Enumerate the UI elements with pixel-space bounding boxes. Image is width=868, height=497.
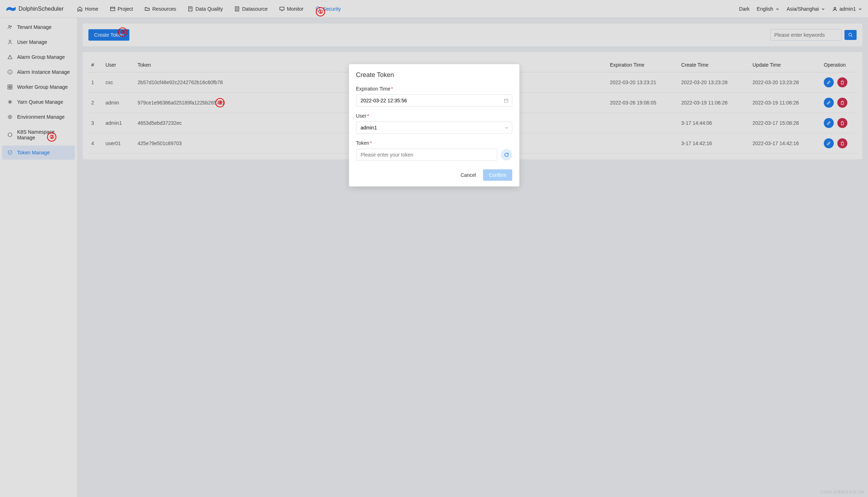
required-mark: *: [367, 113, 369, 119]
expiration-label: Expiration Time*: [356, 86, 512, 92]
modal-title: Create Token: [356, 71, 512, 79]
cancel-button[interactable]: Cancel: [459, 169, 478, 181]
modal-footer: Cancel Confirm: [356, 169, 512, 181]
expiration-input[interactable]: [356, 94, 512, 107]
watermark: CSDN @勇敢羊羊在飞奔: [821, 490, 864, 495]
form-group-user: User*: [356, 113, 512, 134]
form-group-expiration: Expiration Time*: [356, 86, 512, 107]
refresh-icon: [504, 152, 509, 158]
calendar-icon: [504, 98, 509, 103]
generate-token-button[interactable]: [501, 149, 512, 160]
create-token-modal: Create Token Expiration Time* User* Toke…: [349, 64, 519, 186]
required-mark: *: [370, 140, 372, 146]
modal-overlay[interactable]: Create Token Expiration Time* User* Toke…: [0, 0, 868, 497]
user-select[interactable]: [356, 122, 512, 134]
svg-rect-31: [504, 99, 508, 102]
token-label: Token*: [356, 140, 512, 146]
user-label: User*: [356, 113, 512, 119]
token-input[interactable]: [356, 149, 497, 161]
form-group-token: Token*: [356, 140, 512, 161]
required-mark: *: [391, 86, 393, 92]
chevron-down-icon: [504, 125, 509, 130]
confirm-button[interactable]: Confirm: [483, 169, 512, 181]
